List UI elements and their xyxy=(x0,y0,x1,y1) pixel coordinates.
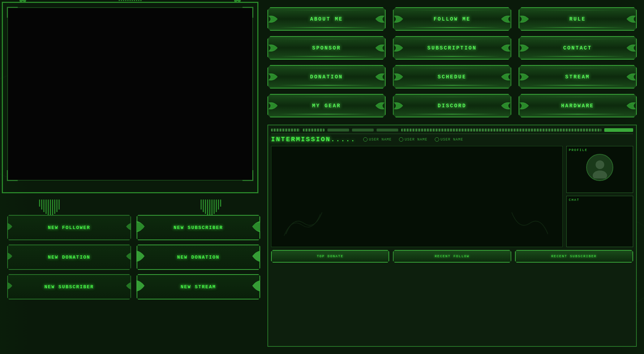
btn-inner-line-top-subscription xyxy=(404,39,499,39)
nav-button-follow-me[interactable]: FOLLOW ME xyxy=(393,7,511,31)
profile-avatar xyxy=(586,154,613,181)
btn-wing-left-donation xyxy=(267,72,280,82)
nav-button-contact[interactable]: CONTACT xyxy=(519,36,637,60)
nav-button-label-follow-me: FOLLOW ME xyxy=(434,16,471,22)
top-feathers xyxy=(119,0,142,1)
nav-button-discord[interactable]: DISCORD xyxy=(393,94,511,117)
btn-inner-line-rule xyxy=(530,27,625,28)
alert-new-subscriber-2: NEW SUBSCRIBER xyxy=(137,215,261,240)
alerts-right: NEW SUBSCRIBER xyxy=(137,215,261,299)
frame-corner-tr xyxy=(242,7,253,18)
footer-top-donate: TOP DONATE xyxy=(271,250,389,263)
alert-wing-left-3 xyxy=(5,280,14,294)
btn-wing-right-follow-me xyxy=(499,14,511,25)
nav-button-label-my-gear: MY GEAR xyxy=(312,103,341,109)
alert-wing-r-left-2 xyxy=(132,248,146,266)
btn-wing-left-schedule xyxy=(393,72,405,82)
btn-wing-left-stream xyxy=(519,72,531,82)
overlay-user-2: USER NAME xyxy=(399,137,428,142)
btn-wing-right-schedule xyxy=(499,72,511,82)
alert-wing-r-right-1 xyxy=(250,219,265,237)
btn-inner-line-top-my-gear xyxy=(279,97,374,97)
chat-label: CHAT xyxy=(569,198,631,202)
btn-inner-line-about-me xyxy=(279,27,374,28)
nav-button-about-me[interactable]: ABOUT ME xyxy=(267,7,386,31)
overlay-user-1: USER NAME xyxy=(363,137,392,142)
svg-point-1 xyxy=(593,170,607,178)
alert-new-subscriber-1: NEW SUBSCRIBER xyxy=(7,274,131,299)
nav-button-hardware[interactable]: HARDWARE xyxy=(519,94,637,117)
bottom-feathers-right xyxy=(201,199,221,216)
nav-button-stream[interactable]: STREAM xyxy=(519,65,637,88)
user-link-label-3: USER NAME xyxy=(441,138,463,142)
main-swirl-left xyxy=(282,209,326,239)
alert-new-stream: NEW STREAM xyxy=(137,274,261,299)
nav-button-label-donation: DONATION xyxy=(310,74,343,80)
alert-wing-right-1 xyxy=(124,220,133,235)
btn-wing-left-about-me xyxy=(267,14,280,25)
alert-wing-r-left-3 xyxy=(132,278,146,296)
btn-inner-line-top-hardware xyxy=(530,97,625,97)
nav-button-label-hardware: HARDWARE xyxy=(561,103,594,109)
header-bar-4 xyxy=(352,129,374,131)
alert-new-donation-1-label: NEW DONATION xyxy=(48,255,90,260)
btn-inner-line-top-rule xyxy=(530,10,625,10)
footer-recent-subscriber-label: RECENT SUBSCRIBER xyxy=(551,255,597,258)
header-bar-5 xyxy=(377,129,398,131)
btn-inner-line-stream xyxy=(530,85,625,86)
nav-button-label-contact: CONTACT xyxy=(563,45,592,51)
frame-corner-bl xyxy=(7,170,18,181)
nav-button-rule[interactable]: RULE xyxy=(519,7,637,31)
header-bar-3 xyxy=(327,129,349,131)
header-bar-2 xyxy=(303,129,325,131)
btn-wing-right-hardware xyxy=(624,100,637,111)
btn-wing-right-discord xyxy=(499,100,511,111)
btn-wing-right-contact xyxy=(624,43,637,53)
header-bar-7 xyxy=(604,128,633,132)
nav-button-label-sponsor: SPONSOR xyxy=(312,45,341,51)
btn-wing-left-follow-me xyxy=(393,14,405,25)
btn-inner-line-contact xyxy=(530,56,625,57)
btn-inner-line-discord xyxy=(404,114,499,115)
nav-button-schedule[interactable]: SCHEDUE xyxy=(393,65,511,88)
alert-new-follower-label: NEW FOLLOWER xyxy=(48,225,90,230)
footer-recent-follow-label: RECENT FOLLOW xyxy=(435,255,469,258)
user-icon-2 xyxy=(399,137,403,142)
user-icon-1 xyxy=(363,137,368,142)
bottom-feathers-left xyxy=(39,199,60,216)
alert-new-donation-2-label: NEW DONATION xyxy=(177,255,220,260)
overlay-profile-box: PROFILE xyxy=(566,146,633,193)
nav-button-label-stream: STREAM xyxy=(565,74,590,80)
btn-wing-right-stream xyxy=(624,72,637,82)
nav-button-donation[interactable]: DONATION xyxy=(267,65,386,88)
btn-inner-line-top-discord xyxy=(404,97,499,97)
alert-wing-r-right-3 xyxy=(250,278,265,296)
btn-inner-line-top-sponsor xyxy=(279,39,374,39)
main-container: NEW FOLLOWER NEW DON xyxy=(0,0,644,354)
overlay-header-row xyxy=(271,128,633,134)
alert-new-donation-1: NEW DONATION xyxy=(7,245,131,270)
nav-button-label-schedule: SCHEDUE xyxy=(438,74,467,80)
nav-button-label-subscription: SUBSCRIPTION xyxy=(428,45,477,51)
nav-button-label-rule: RULE xyxy=(570,16,586,22)
btn-inner-line-my-gear xyxy=(279,114,374,115)
user-link-label-2: USER NAME xyxy=(405,138,428,142)
footer-recent-follow: RECENT FOLLOW xyxy=(393,250,511,263)
btn-inner-line-top-stream xyxy=(530,68,625,68)
horn-left xyxy=(17,0,28,5)
nav-button-my-gear[interactable]: MY GEAR xyxy=(267,94,386,117)
alert-new-follower: NEW FOLLOWER xyxy=(7,215,131,240)
btn-wing-right-rule xyxy=(624,14,637,25)
btn-wing-left-discord xyxy=(393,100,405,111)
left-section: NEW FOLLOWER NEW DON xyxy=(7,7,260,347)
btn-wing-right-sponsor xyxy=(373,43,386,53)
user-link-label-1: USER NAME xyxy=(369,138,392,142)
nav-button-sponsor[interactable]: SPONSOR xyxy=(267,36,386,60)
btn-wing-left-subscription xyxy=(393,43,405,53)
nav-button-subscription[interactable]: SUBSCRIPTION xyxy=(393,36,511,60)
nav-buttons-grid: ABOUT ME FOLLOW ME xyxy=(267,7,637,117)
btn-inner-line-follow-me xyxy=(404,27,499,28)
overlay-body: PROFILE CHAT xyxy=(271,146,633,247)
btn-inner-line-subscription xyxy=(404,56,499,57)
alert-wing-right-3 xyxy=(124,280,133,294)
